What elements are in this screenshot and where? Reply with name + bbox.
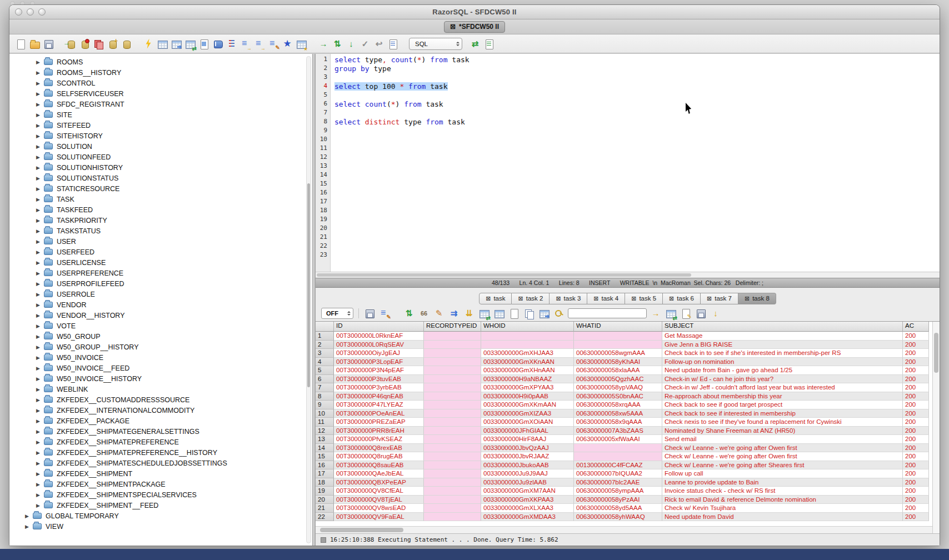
column-header-id[interactable]: ID: [334, 322, 424, 332]
tree-scrollbar[interactable]: [306, 56, 311, 543]
expand-arrow-icon[interactable]: ▶: [35, 408, 41, 413]
tree-item-userfeed[interactable]: ▶USERFEED: [9, 247, 312, 257]
table-list-icon[interactable]: [157, 38, 168, 49]
expand-arrow-icon[interactable]: ▶: [35, 292, 41, 297]
expand-arrow-icon[interactable]: ▶: [35, 450, 41, 456]
expand-arrow-icon[interactable]: ▶: [35, 197, 41, 202]
tree-item-userprofilefeed[interactable]: ▶USERPROFILEFEED: [9, 278, 312, 289]
connect-db-icon[interactable]: [65, 38, 76, 49]
close-tab-icon[interactable]: ⊠: [745, 295, 750, 302]
expand-arrow-icon[interactable]: ▶: [35, 239, 41, 244]
table-row[interactable]: 1100T3000000PREZaEAP0033000000GmXOiAAN00…: [316, 418, 940, 427]
grid-hscrollbar[interactable]: [316, 526, 940, 533]
insert-row-icon[interactable]: ⇉: [448, 308, 459, 319]
expand-arrow-icon[interactable]: ▶: [35, 133, 41, 139]
table-row[interactable]: 2000T3000000QV8TjEAL0033000000GmXKPAA300…: [316, 496, 940, 504]
code-line[interactable]: [334, 189, 940, 198]
code-line[interactable]: [334, 73, 940, 82]
expand-arrow-icon[interactable]: ▶: [35, 376, 41, 382]
copy-table-icon[interactable]: [93, 38, 104, 49]
code-line[interactable]: select distinct type from task: [334, 118, 940, 127]
expand-arrow-icon[interactable]: ▶: [35, 387, 41, 392]
tree-item-userlicense[interactable]: ▶USERLICENSE: [9, 257, 312, 268]
expand-arrow-icon[interactable]: ▶: [35, 334, 41, 339]
grid-vscrollbar-thumb[interactable]: [934, 333, 938, 373]
table-row[interactable]: 300T3000000OiyJgEAJ0033000000GmXHJAA3006…: [316, 349, 940, 358]
code-line[interactable]: select type, count(*) from task: [334, 56, 940, 64]
tree-scrollbar-thumb[interactable]: [307, 183, 310, 388]
tree-item-sitehistory[interactable]: ▶SITEHISTORY: [9, 131, 312, 141]
save-grid-icon[interactable]: [695, 308, 706, 319]
tree-item-site[interactable]: ▶SITE: [9, 109, 312, 120]
list-icon[interactable]: [226, 38, 237, 49]
result-tab-task-3[interactable]: ⊠task 3: [550, 293, 587, 304]
tree-item-view[interactable]: ▶VIEW: [9, 521, 312, 532]
minimize-window-button[interactable]: [27, 8, 34, 16]
edit-results-icon[interactable]: ✎: [433, 308, 444, 319]
code-line[interactable]: group by type: [334, 64, 940, 73]
table-row[interactable]: 500T3000000P3N4pEAF0033000000GmXHnAAN006…: [316, 366, 940, 375]
code-line[interactable]: [334, 207, 940, 216]
tree-item-scontrol[interactable]: ▶SCONTROL: [9, 78, 312, 88]
tree-item-user[interactable]: ▶USER: [9, 236, 312, 247]
table-favorite-icon[interactable]: [296, 38, 307, 49]
expand-arrow-icon[interactable]: ▶: [35, 461, 41, 466]
table-row[interactable]: 400T3000000P3LopEAF0033000000GmXKnAAN006…: [316, 358, 940, 367]
save-results-icon[interactable]: [364, 308, 375, 319]
expand-arrow-icon[interactable]: ▶: [35, 482, 41, 487]
tree-item-sfdc_registrant[interactable]: ▶SFDC_REGISTRANT: [9, 99, 312, 109]
grid-hscrollbar-thumb[interactable]: [320, 528, 403, 532]
autocommit-select[interactable]: OFF: [321, 308, 353, 319]
tree-item-zkfedex__customaddresssource[interactable]: ▶ZKFEDEX__CUSTOMADDRESSSOURCE: [9, 394, 312, 405]
code-line[interactable]: [334, 153, 940, 162]
sort-icon[interactable]: ⇊: [463, 308, 474, 319]
sql-mode-select[interactable]: SQL: [409, 38, 462, 50]
tree-item-weblink[interactable]: ▶WEBLINK: [9, 384, 312, 394]
column-header-whoid[interactable]: WHOID: [481, 322, 574, 332]
code-line[interactable]: [334, 180, 940, 189]
close-tab-icon[interactable]: ⊠: [707, 295, 712, 302]
code-line[interactable]: select count(*) from task: [334, 100, 940, 109]
code-line[interactable]: [334, 224, 940, 233]
close-window-button[interactable]: [15, 8, 22, 16]
column-header-ac[interactable]: AC: [903, 322, 929, 332]
table-refresh-icon[interactable]: [184, 38, 196, 49]
table-row[interactable]: 100T3000000L0RknEAFGet Massage200: [316, 332, 940, 341]
tree-item-zkfedex__shipmentpackage[interactable]: ▶ZKFEDEX__SHIPMENTPACKAGE: [9, 479, 312, 489]
tree-item-w50_group__history[interactable]: ▶W50_GROUP__HISTORY: [9, 342, 312, 352]
tree-item-taskstatus[interactable]: ▶TASKSTATUS: [9, 226, 312, 236]
download-icon[interactable]: ↓: [710, 308, 721, 319]
expand-arrow-icon[interactable]: ▶: [35, 323, 41, 329]
database-icon[interactable]: [121, 38, 132, 49]
grid-header-row[interactable]: IDRECORDTYPEIDWHOIDWHATIDSUBJECTAC: [316, 322, 940, 332]
tree-item-global temporary[interactable]: ▶GLOBAL TEMPORARY: [9, 511, 312, 521]
expand-arrow-icon[interactable]: ▶: [35, 207, 41, 213]
code-line[interactable]: [334, 127, 940, 136]
expand-arrow-icon[interactable]: ▶: [35, 102, 41, 107]
expand-arrow-icon[interactable]: ▶: [35, 81, 41, 86]
column-header-recordtypeid[interactable]: RECORDTYPEID: [424, 322, 481, 332]
tree-item-zkfedex__shipmategeneralsettings[interactable]: ▶ZKFEDEX__SHIPMATEGENERALSETTINGS: [9, 426, 312, 437]
tree-item-solutionfeed[interactable]: ▶SOLUTIONFEED: [9, 152, 312, 162]
table-view-icon[interactable]: [493, 308, 505, 319]
refresh-connection-icon[interactable]: ⇄: [469, 38, 481, 49]
export-results-icon[interactable]: [665, 308, 676, 319]
code-line[interactable]: [334, 198, 940, 207]
close-tab-icon[interactable]: ⊠: [486, 295, 491, 302]
result-tab-task-4[interactable]: ⊠task 4: [587, 293, 625, 304]
expand-arrow-icon[interactable]: ▶: [35, 59, 41, 65]
expand-arrow-icon[interactable]: ▶: [35, 418, 41, 424]
favorites-icon[interactable]: ★: [282, 38, 293, 49]
expand-arrow-icon[interactable]: ▶: [24, 524, 30, 529]
tree-item-userrole[interactable]: ▶USERROLE: [9, 289, 312, 299]
expand-arrow-icon[interactable]: ▶: [35, 165, 41, 171]
expand-arrow-icon[interactable]: ▶: [35, 429, 41, 434]
code-line[interactable]: [334, 171, 940, 180]
code-line[interactable]: [334, 251, 940, 260]
open-file-icon[interactable]: [29, 38, 40, 49]
report-icon[interactable]: [508, 308, 520, 319]
tree-item-rooms[interactable]: ▶ROOMS: [9, 57, 312, 67]
log-icon[interactable]: [387, 38, 398, 49]
editor-hscrollbar[interactable]: [316, 272, 940, 278]
primary-key-icon[interactable]: [553, 308, 565, 319]
